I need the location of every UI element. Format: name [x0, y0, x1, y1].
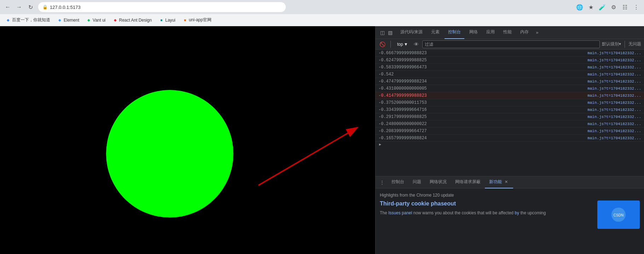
star-icon[interactable]: ★	[586, 2, 596, 12]
bookmark-uniapp[interactable]: ■ uni-app官网	[180, 16, 214, 25]
log-link-0[interactable]: main.js?t=1704182332...	[587, 51, 641, 55]
tab-network[interactable]: 网络	[466, 26, 481, 39]
log-link-5[interactable]: main.js?t=1704182332...	[587, 86, 641, 91]
log-value-7: -0.3752000000011753	[378, 100, 587, 105]
tab-element-label: 元素	[431, 29, 440, 35]
svg-text:CSDN: CSDN	[614, 213, 623, 217]
tab-network-label: 网络	[469, 29, 478, 35]
log-link-11[interactable]: main.js?t=1704182332...	[587, 129, 641, 133]
more-icon[interactable]: ⋮	[631, 2, 641, 12]
webpage	[0, 26, 375, 254]
tab-source[interactable]: 源代码/来源	[397, 26, 426, 39]
close-new-features[interactable]: ✕	[503, 179, 509, 185]
bottom-tab-new-features[interactable]: 新功能 ✕	[485, 176, 513, 188]
tab-console-label: 控制台	[448, 29, 461, 35]
feature-image: CSDN	[597, 201, 640, 229]
bookmark-react-ant[interactable]: ◆ React Ant Design	[110, 16, 155, 25]
log-link-10[interactable]: main.js?t=1704182332...	[587, 122, 641, 126]
tab-element[interactable]: 元素	[428, 26, 443, 39]
chrome-update-title: Highlights from the Chrome 120 update	[380, 193, 640, 198]
log-link-12[interactable]: main.js?t=1704182332...	[587, 136, 641, 140]
svg-line-1	[259, 128, 358, 185]
eye-icon[interactable]: 👁	[412, 40, 420, 48]
log-value-4: -0.4747999999988234	[378, 79, 587, 84]
tab-application[interactable]: 应用	[483, 26, 498, 39]
address-bar[interactable]: 🔒 127.0.0.1:5173	[38, 2, 286, 12]
log-entry-0: -0.6667999999988823 main.js?t=1704182332…	[376, 50, 644, 57]
bottom-tab-network-status[interactable]: 网络状况	[425, 176, 451, 188]
log-value-6: -0.4147999999988823	[378, 93, 587, 98]
bottom-tab-new-features-label: 新功能	[489, 179, 502, 185]
log-entry-8: -0.3343999999664716 main.js?t=1704182332…	[376, 106, 644, 113]
bookmarks-bar: ◆ 百度一下，你就知道 ◆ Element ◆ Vant ui ◆ React …	[0, 14, 644, 26]
tab-more[interactable]: »	[534, 26, 540, 39]
uniapp-icon: ■	[182, 18, 187, 23]
forward-button[interactable]: →	[14, 2, 24, 12]
log-entry-4: -0.4747999999988234 main.js?t=1704182332…	[376, 78, 644, 85]
log-entry-10: -0.2480000000000022 main.js?t=1704182332…	[376, 120, 644, 128]
console-log[interactable]: -0.6667999999988823 main.js?t=1704182332…	[376, 50, 644, 176]
devtools-dock-btn2[interactable]: ▧	[386, 29, 394, 36]
bottom-content: Highlights from the Chrome 120 update Th…	[376, 188, 644, 254]
devtools-toolbar: ◫ ▧ 源代码/来源 元素 控制台 网络 应用	[376, 26, 644, 39]
log-entry-2: -0.5833999999966473 main.js?t=1704182332…	[376, 64, 644, 71]
extension-icon[interactable]: 🧪	[597, 2, 607, 12]
translate-icon[interactable]: 🌐	[575, 2, 585, 12]
element-icon: ◆	[57, 18, 62, 23]
top-dropdown[interactable]: top ▼	[395, 41, 410, 47]
bookmark-baidu[interactable]: ◆ 百度一下，你就知道	[3, 16, 53, 25]
browser-window: ← → ↻ 🔒 127.0.0.1:5173 🌐 ★ 🧪 ⚙ ☷ ⋮ ◆ 百度一…	[0, 0, 644, 254]
tab-memory-label: 内存	[520, 29, 529, 35]
log-entry-5: -0.4310000000000005 main.js?t=1704182332…	[376, 85, 644, 92]
puzzle-icon[interactable]: ⚙	[609, 2, 619, 12]
log-value-1: -0.6247999999988825	[378, 58, 587, 63]
log-link-6[interactable]: main.js?t=1704182332...	[587, 94, 641, 98]
issues-highlight: Issues panel	[388, 210, 412, 215]
log-value-8: -0.3343999999664716	[378, 107, 587, 112]
tab-console[interactable]: 控制台	[445, 26, 464, 39]
reload-button[interactable]: ↻	[25, 2, 35, 12]
bookmark-layui[interactable]: ■ Layui	[156, 16, 178, 25]
log-link-7[interactable]: main.js?t=1704182332...	[587, 101, 641, 105]
bottom-tab-network-block[interactable]: 网络请求屏蔽	[451, 176, 485, 188]
console-expand-arrow[interactable]: ►	[376, 142, 644, 147]
log-link-4[interactable]: main.js?t=1704182332...	[587, 79, 641, 84]
log-value-2: -0.5833999999966473	[378, 65, 587, 70]
log-link-8[interactable]: main.js?t=1704182332...	[587, 108, 641, 112]
log-link-3[interactable]: main.js?t=1704182332...	[587, 72, 641, 77]
log-value-11: -0.2083999999664727	[378, 129, 587, 134]
log-entry-3: -0.542 main.js?t=1704182332...	[376, 71, 644, 78]
tab-icon[interactable]: ☷	[620, 2, 630, 12]
bottom-tab-network-status-label: 网络状况	[430, 179, 447, 185]
react-ant-icon: ◆	[113, 18, 118, 23]
bottom-tab-console[interactable]: 控制台	[387, 176, 408, 188]
log-link-9[interactable]: main.js?t=1704182332...	[587, 115, 641, 119]
layui-icon: ■	[159, 18, 164, 23]
top-label: top	[397, 42, 403, 47]
log-entry-12: -0.1657999999988824 main.js?t=1704182332…	[376, 135, 644, 142]
clear-console-btn[interactable]: 🚫	[378, 40, 386, 48]
log-value-0: -0.6667999999988823	[378, 51, 587, 56]
tab-performance[interactable]: 性能	[500, 26, 515, 39]
filter-input[interactable]	[422, 40, 600, 48]
log-link-2[interactable]: main.js?t=1704182332...	[587, 65, 641, 69]
back-button[interactable]: ←	[3, 2, 13, 12]
bottom-tab-issues[interactable]: 问题	[408, 176, 425, 188]
bottom-tab-issues-label: 问题	[413, 179, 421, 185]
no-issues-label: 无问题	[628, 41, 641, 47]
tab-source-label: 源代码/来源	[400, 29, 423, 35]
tab-memory[interactable]: 内存	[517, 26, 532, 39]
separator2	[625, 41, 625, 48]
bookmark-vant-label: Vant ui	[93, 18, 105, 23]
browser-actions: 🌐 ★ 🧪 ⚙ ☷ ⋮	[575, 2, 641, 12]
bottom-menu-btn[interactable]: ⋮	[377, 176, 387, 188]
bookmark-vant[interactable]: ◆ Vant ui	[83, 16, 108, 25]
log-entry-11: -0.2083999999664727 main.js?t=1704182332…	[376, 128, 644, 135]
bookmark-element[interactable]: ◆ Element	[54, 16, 82, 25]
devtools-panel: ◫ ▧ 源代码/来源 元素 控制台 网络 应用	[375, 26, 644, 254]
devtools-dock-btn[interactable]: ◫	[378, 29, 386, 36]
log-link-1[interactable]: main.js?t=1704182332...	[587, 58, 641, 62]
lock-icon: 🔒	[42, 5, 48, 10]
address-text: 127.0.0.1:5173	[50, 5, 81, 10]
bottom-tabs: ⋮ 控制台 问题 网络状况 网络请求屏蔽 新功能 ✕	[376, 176, 644, 188]
